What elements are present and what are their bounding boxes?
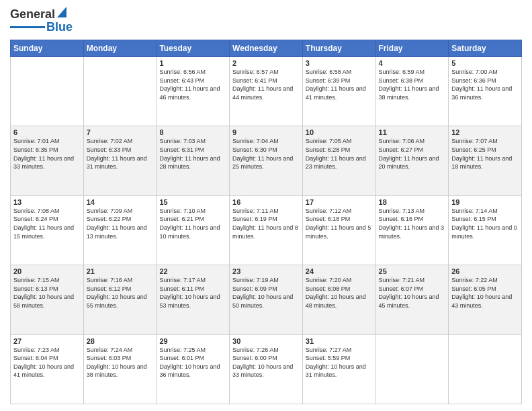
weekday-header-row: SundayMondayTuesdayWednesdayThursdayFrid… — [11, 40, 522, 57]
calendar-cell: 24Sunrise: 7:20 AM Sunset: 6:08 PM Dayli… — [302, 265, 375, 334]
calendar-cell: 27Sunrise: 7:23 AM Sunset: 6:04 PM Dayli… — [11, 334, 84, 404]
calendar-cell: 11Sunrise: 7:06 AM Sunset: 6:27 PM Dayli… — [375, 126, 449, 195]
calendar-cell: 2Sunrise: 6:57 AM Sunset: 6:41 PM Daylig… — [230, 57, 303, 126]
day-info: Sunrise: 6:56 AM Sunset: 6:43 PM Dayligh… — [159, 68, 226, 101]
day-info: Sunrise: 7:12 AM Sunset: 6:18 PM Dayligh… — [306, 207, 373, 240]
day-info: Sunrise: 7:00 AM Sunset: 6:36 PM Dayligh… — [451, 68, 519, 101]
day-number: 23 — [232, 267, 300, 275]
logo-blue-text: Blue — [45, 20, 73, 34]
logo-general-text: General — [10, 7, 55, 21]
day-number: 14 — [87, 198, 154, 206]
day-number: 31 — [306, 337, 373, 345]
calendar-cell: 1Sunrise: 6:56 AM Sunset: 6:43 PM Daylig… — [157, 57, 230, 126]
day-info: Sunrise: 7:04 AM Sunset: 6:30 PM Dayligh… — [232, 137, 300, 171]
day-number: 20 — [13, 267, 81, 275]
day-number: 3 — [306, 59, 373, 67]
weekday-header-tuesday: Tuesday — [157, 40, 230, 57]
day-info: Sunrise: 7:10 AM Sunset: 6:21 PM Dayligh… — [159, 207, 226, 240]
day-info: Sunrise: 7:09 AM Sunset: 6:22 PM Dayligh… — [87, 207, 154, 240]
day-number: 25 — [379, 267, 446, 275]
calendar-cell: 22Sunrise: 7:17 AM Sunset: 6:11 PM Dayli… — [157, 265, 230, 334]
day-number: 15 — [159, 198, 226, 206]
day-info: Sunrise: 7:16 AM Sunset: 6:12 PM Dayligh… — [87, 276, 154, 310]
day-number: 1 — [159, 59, 226, 67]
day-info: Sunrise: 7:14 AM Sunset: 6:15 PM Dayligh… — [451, 207, 519, 240]
day-number: 9 — [232, 128, 300, 136]
calendar-cell: 4Sunrise: 6:59 AM Sunset: 6:38 PM Daylig… — [375, 57, 449, 126]
day-number: 29 — [159, 337, 226, 345]
day-number: 27 — [13, 337, 81, 345]
calendar-cell: 10Sunrise: 7:05 AM Sunset: 6:28 PM Dayli… — [302, 126, 375, 195]
day-number: 22 — [159, 267, 226, 275]
day-info: Sunrise: 7:01 AM Sunset: 6:35 PM Dayligh… — [13, 137, 81, 171]
week-row-1: 1Sunrise: 6:56 AM Sunset: 6:43 PM Daylig… — [11, 57, 522, 126]
day-number: 13 — [13, 198, 81, 206]
week-row-4: 20Sunrise: 7:15 AM Sunset: 6:13 PM Dayli… — [11, 265, 522, 334]
day-info: Sunrise: 7:13 AM Sunset: 6:16 PM Dayligh… — [379, 207, 446, 240]
calendar-cell: 19Sunrise: 7:14 AM Sunset: 6:15 PM Dayli… — [449, 195, 522, 265]
day-number: 24 — [306, 267, 373, 275]
day-number: 21 — [87, 267, 154, 275]
weekday-header-thursday: Thursday — [302, 40, 375, 57]
day-number: 18 — [379, 198, 446, 206]
day-info: Sunrise: 6:58 AM Sunset: 6:39 PM Dayligh… — [306, 68, 373, 101]
calendar-cell: 26Sunrise: 7:22 AM Sunset: 6:05 PM Dayli… — [449, 265, 522, 334]
calendar-cell — [375, 334, 449, 404]
weekday-header-saturday: Saturday — [449, 40, 522, 57]
calendar-cell: 7Sunrise: 7:02 AM Sunset: 6:33 PM Daylig… — [83, 126, 157, 195]
calendar-cell: 13Sunrise: 7:08 AM Sunset: 6:24 PM Dayli… — [11, 195, 84, 265]
calendar-cell: 29Sunrise: 7:25 AM Sunset: 6:01 PM Dayli… — [157, 334, 230, 404]
weekday-header-friday: Friday — [375, 40, 449, 57]
calendar-cell: 6Sunrise: 7:01 AM Sunset: 6:35 PM Daylig… — [11, 126, 84, 195]
calendar-cell: 16Sunrise: 7:11 AM Sunset: 6:19 PM Dayli… — [230, 195, 303, 265]
day-number: 4 — [379, 59, 446, 67]
day-info: Sunrise: 7:25 AM Sunset: 6:01 PM Dayligh… — [159, 346, 226, 379]
day-info: Sunrise: 7:19 AM Sunset: 6:09 PM Dayligh… — [232, 276, 300, 310]
calendar-cell — [449, 334, 522, 404]
logo-triangle-icon — [57, 7, 66, 20]
calendar-cell: 15Sunrise: 7:10 AM Sunset: 6:21 PM Dayli… — [157, 195, 230, 265]
calendar-cell: 8Sunrise: 7:03 AM Sunset: 6:31 PM Daylig… — [157, 126, 230, 195]
calendar-cell: 9Sunrise: 7:04 AM Sunset: 6:30 PM Daylig… — [230, 126, 303, 195]
calendar-cell: 18Sunrise: 7:13 AM Sunset: 6:16 PM Dayli… — [375, 195, 449, 265]
day-number: 19 — [451, 198, 519, 206]
calendar-cell: 21Sunrise: 7:16 AM Sunset: 6:12 PM Dayli… — [83, 265, 157, 334]
day-info: Sunrise: 6:57 AM Sunset: 6:41 PM Dayligh… — [232, 68, 300, 101]
calendar-cell — [11, 57, 84, 126]
day-number: 10 — [306, 128, 373, 136]
day-info: Sunrise: 7:17 AM Sunset: 6:11 PM Dayligh… — [159, 276, 226, 310]
day-number: 17 — [306, 198, 373, 206]
calendar-cell: 12Sunrise: 7:07 AM Sunset: 6:25 PM Dayli… — [449, 126, 522, 195]
day-info: Sunrise: 7:15 AM Sunset: 6:13 PM Dayligh… — [13, 276, 81, 310]
week-row-2: 6Sunrise: 7:01 AM Sunset: 6:35 PM Daylig… — [11, 126, 522, 195]
calendar-cell: 30Sunrise: 7:26 AM Sunset: 6:00 PM Dayli… — [230, 334, 303, 404]
day-number: 8 — [159, 128, 226, 136]
calendar-cell: 28Sunrise: 7:24 AM Sunset: 6:03 PM Dayli… — [83, 334, 157, 404]
weekday-header-wednesday: Wednesday — [230, 40, 303, 57]
calendar-cell: 17Sunrise: 7:12 AM Sunset: 6:18 PM Dayli… — [302, 195, 375, 265]
day-number: 26 — [451, 267, 519, 275]
day-info: Sunrise: 7:08 AM Sunset: 6:24 PM Dayligh… — [13, 207, 81, 240]
day-info: Sunrise: 7:11 AM Sunset: 6:19 PM Dayligh… — [232, 207, 300, 240]
calendar-cell: 25Sunrise: 7:21 AM Sunset: 6:07 PM Dayli… — [375, 265, 449, 334]
calendar-cell: 3Sunrise: 6:58 AM Sunset: 6:39 PM Daylig… — [302, 57, 375, 126]
day-number: 7 — [87, 128, 154, 136]
day-number: 28 — [87, 337, 154, 345]
logo: General Blue — [10, 7, 73, 34]
day-number: 2 — [232, 59, 300, 67]
calendar-cell — [83, 57, 157, 126]
day-info: Sunrise: 7:24 AM Sunset: 6:03 PM Dayligh… — [87, 346, 154, 379]
day-info: Sunrise: 7:21 AM Sunset: 6:07 PM Dayligh… — [379, 276, 446, 310]
day-number: 12 — [451, 128, 519, 136]
day-number: 16 — [232, 198, 300, 206]
calendar-cell: 5Sunrise: 7:00 AM Sunset: 6:36 PM Daylig… — [449, 57, 522, 126]
day-number: 6 — [13, 128, 81, 136]
weekday-header-sunday: Sunday — [11, 40, 84, 57]
day-info: Sunrise: 6:59 AM Sunset: 6:38 PM Dayligh… — [379, 68, 446, 101]
calendar-cell: 20Sunrise: 7:15 AM Sunset: 6:13 PM Dayli… — [11, 265, 84, 334]
day-info: Sunrise: 7:03 AM Sunset: 6:31 PM Dayligh… — [159, 137, 226, 171]
weekday-header-monday: Monday — [83, 40, 157, 57]
day-info: Sunrise: 7:02 AM Sunset: 6:33 PM Dayligh… — [87, 137, 154, 171]
page: General Blue SundayMondayTuesdayWednesda… — [0, 0, 532, 411]
calendar-cell: 23Sunrise: 7:19 AM Sunset: 6:09 PM Dayli… — [230, 265, 303, 334]
